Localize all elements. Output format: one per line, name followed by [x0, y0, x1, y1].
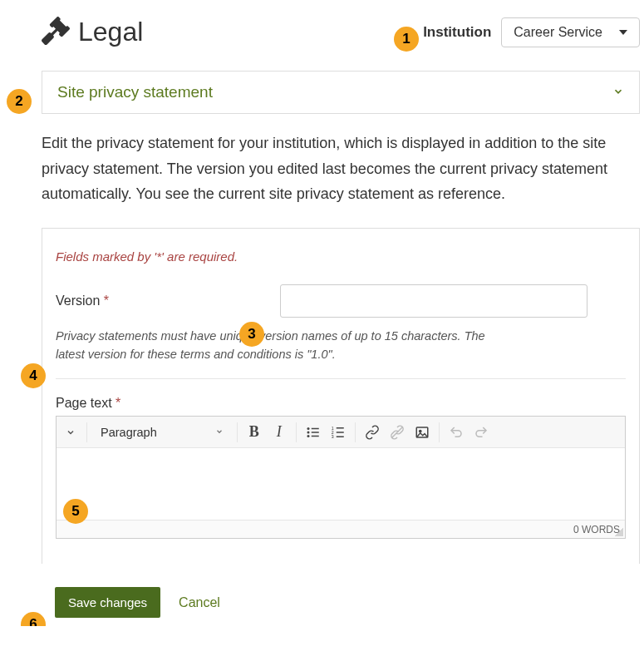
cancel-button[interactable]: Cancel — [179, 595, 220, 610]
institution-value: Career Service — [514, 25, 602, 40]
svg-rect-7 — [336, 427, 343, 429]
caret-down-icon — [619, 30, 627, 35]
svg-rect-11 — [336, 436, 343, 437]
title-group: Legal — [42, 17, 143, 47]
toolbar-separator — [296, 422, 297, 442]
field-divider — [56, 378, 626, 379]
page-text-label: Page text * — [56, 396, 626, 411]
bold-button[interactable]: B — [243, 421, 266, 444]
toolbar-separator — [86, 422, 87, 442]
version-label: Version * — [56, 294, 272, 308]
svg-rect-9 — [336, 432, 343, 433]
toolbar-separator — [237, 422, 238, 442]
callout-6: 6 — [21, 612, 46, 626]
editor-toolbar: Paragraph B I 123 — [57, 417, 625, 448]
svg-text:3: 3 — [331, 434, 333, 439]
save-button[interactable]: Save changes — [55, 587, 160, 618]
chevron-down-icon — [215, 427, 224, 437]
svg-point-14 — [419, 430, 420, 432]
svg-point-2 — [307, 431, 309, 433]
callout-1: 1 — [394, 27, 419, 52]
callout-5: 5 — [63, 499, 88, 524]
word-count: 0 WORDS — [573, 524, 620, 535]
unlink-button[interactable] — [386, 421, 409, 444]
gavel-icon — [42, 17, 70, 47]
svg-point-4 — [307, 435, 309, 437]
callout-3: 3 — [239, 322, 264, 347]
accordion-title: Site privacy statement — [57, 83, 213, 101]
institution-select[interactable]: Career Service — [501, 17, 640, 47]
institution-group: Institution Career Service — [423, 17, 640, 47]
bullet-list-button[interactable] — [302, 421, 325, 444]
institution-label: Institution — [423, 24, 491, 41]
form-actions: Save changes Cancel — [55, 587, 640, 618]
link-button[interactable] — [361, 421, 384, 444]
required-star: * — [104, 294, 109, 308]
format-select[interactable]: Paragraph — [92, 424, 232, 441]
redo-button[interactable] — [469, 421, 493, 444]
editor-footer: 0 WORDS — [57, 520, 625, 538]
callout-4: 4 — [21, 363, 46, 388]
undo-button[interactable] — [445, 421, 468, 444]
version-field-row: Version * — [56, 284, 626, 318]
page-header: Legal Institution Career Service — [0, 8, 644, 56]
description-text: Edit the privacy statement for your inst… — [42, 131, 640, 207]
format-value: Paragraph — [101, 426, 157, 439]
image-button[interactable] — [410, 421, 434, 444]
editor-body[interactable] — [57, 448, 625, 520]
version-helper-text: Privacy statements must have unique vers… — [56, 328, 504, 364]
form-panel: Fields marked by '*' are required. Versi… — [42, 228, 640, 565]
required-star: * — [116, 396, 120, 410]
rich-text-editor: Paragraph B I 123 — [56, 416, 626, 539]
toolbar-separator — [439, 422, 440, 442]
svg-rect-5 — [311, 436, 318, 437]
svg-rect-3 — [311, 432, 318, 433]
chevron-down-icon — [612, 86, 624, 100]
page-text-label-text: Page text — [56, 396, 112, 410]
svg-rect-1 — [311, 428, 318, 430]
callout-2: 2 — [7, 89, 32, 114]
required-fields-note: Fields marked by '*' are required. — [56, 249, 626, 264]
italic-button[interactable]: I — [268, 421, 291, 444]
page-title: Legal — [78, 17, 143, 47]
toolbar-separator — [355, 422, 356, 442]
number-list-button[interactable]: 123 — [327, 421, 350, 444]
site-privacy-accordion[interactable]: Site privacy statement — [42, 71, 640, 114]
page-container: Legal Institution Career Service Site pr… — [0, 8, 644, 618]
svg-point-0 — [307, 427, 309, 430]
version-label-text: Version — [56, 294, 100, 308]
version-input[interactable] — [280, 284, 587, 318]
toolbar-expand-button[interactable] — [60, 427, 81, 437]
resize-handle[interactable] — [615, 528, 623, 536]
